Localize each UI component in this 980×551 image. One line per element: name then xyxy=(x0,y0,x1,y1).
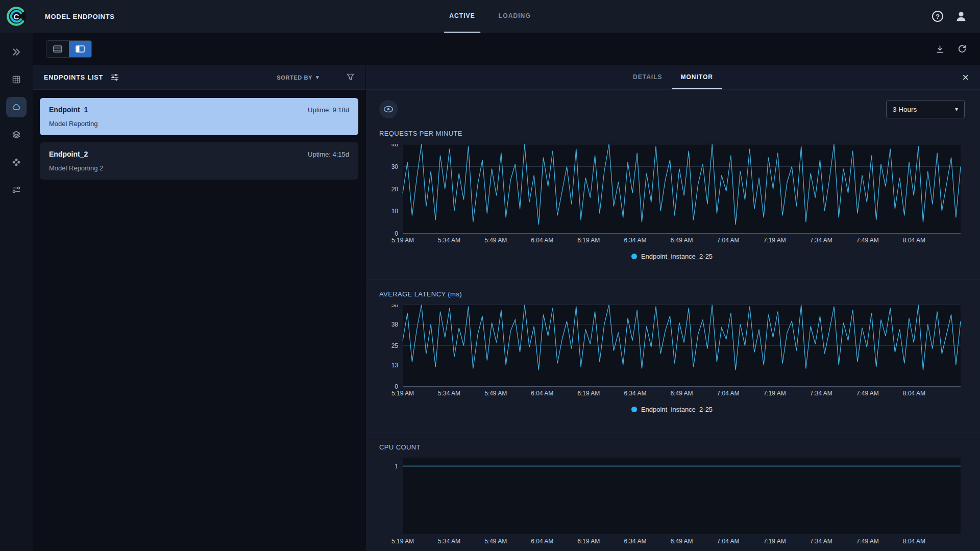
pipelines-icon xyxy=(12,186,20,194)
tune-icon xyxy=(110,73,119,81)
tab-active[interactable]: ACTIVE xyxy=(444,0,480,33)
topbar-right: ? xyxy=(932,10,980,23)
svg-text:7:19 AM: 7:19 AM xyxy=(764,538,786,545)
tab-details[interactable]: DETAILS xyxy=(624,65,671,89)
svg-text:25: 25 xyxy=(391,342,399,349)
download-icon[interactable] xyxy=(936,45,944,54)
svg-text:7:34 AM: 7:34 AM xyxy=(810,237,832,244)
layers-icon xyxy=(12,131,20,139)
svg-text:5:34 AM: 5:34 AM xyxy=(438,237,460,244)
svg-text:6:49 AM: 6:49 AM xyxy=(670,237,693,244)
svg-text:7:04 AM: 7:04 AM xyxy=(717,538,740,545)
svg-text:7:19 AM: 7:19 AM xyxy=(764,237,786,244)
svg-text:7:04 AM: 7:04 AM xyxy=(717,237,740,244)
endpoint-uptime: Uptime: 4:15d xyxy=(308,151,349,158)
svg-text:50: 50 xyxy=(391,305,399,309)
chart-title: REQUESTS PER MINUTE xyxy=(379,130,965,137)
svg-text:6:49 AM: 6:49 AM xyxy=(670,538,693,545)
visibility-button[interactable] xyxy=(379,100,398,118)
endpoint-uptime: Uptime: 9:18d xyxy=(308,106,349,114)
svg-text:1: 1 xyxy=(395,463,398,470)
sidebar xyxy=(0,33,33,551)
svg-text:5:19 AM: 5:19 AM xyxy=(391,390,414,397)
sidebar-item-layers[interactable] xyxy=(6,124,27,145)
svg-text:6:04 AM: 6:04 AM xyxy=(531,237,553,244)
time-range-value: 3 Hours xyxy=(893,106,917,113)
chart-section-cpu: CPU COUNT 15:19 AM5:34 AM5:49 AM6:04 AM6… xyxy=(366,433,980,551)
toolbar-right xyxy=(936,44,967,54)
applications-icon xyxy=(12,158,20,166)
page-title: MODEL ENDPOINTS xyxy=(45,13,115,20)
svg-text:7:04 AM: 7:04 AM xyxy=(717,390,740,397)
top-tabs: ACTIVE LOADING xyxy=(444,0,536,33)
help-icon[interactable]: ? xyxy=(932,11,943,22)
filter-button[interactable] xyxy=(347,73,354,81)
endpoint-name: Endpoint_2 xyxy=(49,150,88,158)
main-area: ENDPOINTS LIST SORTED BY ▾ xyxy=(33,33,980,551)
view-toggle-group xyxy=(46,40,92,58)
cpu-count-chart: 15:19 AM5:34 AM5:49 AM6:04 AM6:19 AM6:34… xyxy=(379,458,965,547)
requests-per-minute-chart: 0102030405:19 AM5:34 AM5:49 AM6:04 AM6:1… xyxy=(379,144,965,246)
close-icon[interactable]: × xyxy=(962,72,969,83)
endpoint-name: Endpoint_1 xyxy=(49,106,88,114)
svg-text:5:49 AM: 5:49 AM xyxy=(484,390,507,397)
svg-text:6:34 AM: 6:34 AM xyxy=(624,538,646,545)
svg-text:20: 20 xyxy=(391,186,399,193)
monitor-tab-bar: DETAILS MONITOR × xyxy=(366,65,980,90)
model-endpoints-icon xyxy=(12,103,21,111)
legend-label: Endpoint_instance_2-25 xyxy=(641,406,713,413)
chart-legend: Endpoint_instance_2-25 xyxy=(379,253,965,260)
svg-text:40: 40 xyxy=(391,144,399,148)
legend-label: Endpoint_instance_2-25 xyxy=(641,253,713,260)
svg-text:38: 38 xyxy=(391,321,399,328)
svg-text:6:19 AM: 6:19 AM xyxy=(577,538,600,545)
sorted-by-label: SORTED BY xyxy=(277,74,312,81)
monitor-controls: 3 Hours ▾ xyxy=(366,100,980,118)
top-bar: C MODEL ENDPOINTS ACTIVE LOADING ? xyxy=(0,0,980,33)
time-range-select[interactable]: 3 Hours ▾ xyxy=(886,100,965,118)
sidebar-item-pipelines[interactable] xyxy=(6,180,27,200)
table-view-button[interactable] xyxy=(46,41,69,57)
chart-title: CPU COUNT xyxy=(379,443,965,451)
legend-dot-icon xyxy=(631,407,637,412)
tab-loading[interactable]: LOADING xyxy=(494,0,536,33)
chart-svg: 0132538505:19 AM5:34 AM5:49 AM6:04 AM6:1… xyxy=(379,305,965,399)
monitor-body: 3 Hours ▾ REQUESTS PER MINUTE 0102030405… xyxy=(366,90,980,551)
svg-text:6:04 AM: 6:04 AM xyxy=(531,390,553,397)
user-avatar-icon[interactable] xyxy=(954,10,968,23)
endpoint-subtitle: Model Reporting xyxy=(49,120,349,128)
chart-title: AVERAGE LATENCY (ms) xyxy=(379,290,965,298)
svg-text:7:34 AM: 7:34 AM xyxy=(810,390,832,397)
svg-text:6:19 AM: 6:19 AM xyxy=(577,237,600,244)
tab-monitor[interactable]: MONITOR xyxy=(672,65,722,89)
list-settings-button[interactable] xyxy=(110,73,119,81)
sidebar-item-projects[interactable] xyxy=(6,42,27,62)
datasets-grid-icon xyxy=(12,76,20,84)
split-view-button[interactable] xyxy=(69,41,91,57)
view-toolbar xyxy=(33,33,980,65)
svg-text:7:49 AM: 7:49 AM xyxy=(856,237,879,244)
sidebar-item-applications[interactable] xyxy=(6,152,27,172)
svg-text:5:19 AM: 5:19 AM xyxy=(391,538,414,545)
svg-text:5:34 AM: 5:34 AM xyxy=(438,390,460,397)
svg-text:6:04 AM: 6:04 AM xyxy=(531,538,553,545)
endpoint-card-2[interactable]: Endpoint_2 Uptime: 4:15d Model Reporting… xyxy=(40,142,358,180)
sorted-by-caret-icon: ▾ xyxy=(316,74,319,81)
sidebar-item-model-endpoints[interactable] xyxy=(6,97,27,117)
endpoint-subtitle: Model Reporting 2 xyxy=(49,164,349,172)
endpoints-list-header: ENDPOINTS LIST SORTED BY ▾ xyxy=(33,65,365,90)
endpoint-card-1[interactable]: Endpoint_1 Uptime: 9:18d Model Reporting xyxy=(40,98,358,135)
svg-text:C: C xyxy=(14,12,19,21)
legend-dot-icon xyxy=(631,254,637,259)
chart-legend: Endpoint_instance_2-25 xyxy=(379,406,965,413)
refresh-icon[interactable] xyxy=(958,44,967,54)
app-logo[interactable]: C xyxy=(0,6,33,27)
svg-text:5:49 AM: 5:49 AM xyxy=(484,538,507,545)
svg-text:7:49 AM: 7:49 AM xyxy=(856,390,879,397)
chart-svg: 0102030405:19 AM5:34 AM5:49 AM6:04 AM6:1… xyxy=(379,144,965,246)
split-view-icon xyxy=(76,45,85,53)
svg-text:6:34 AM: 6:34 AM xyxy=(624,390,646,397)
table-view-icon xyxy=(53,45,62,53)
sorted-by-dropdown[interactable]: SORTED BY ▾ xyxy=(277,74,319,81)
sidebar-item-datasets[interactable] xyxy=(6,69,27,90)
